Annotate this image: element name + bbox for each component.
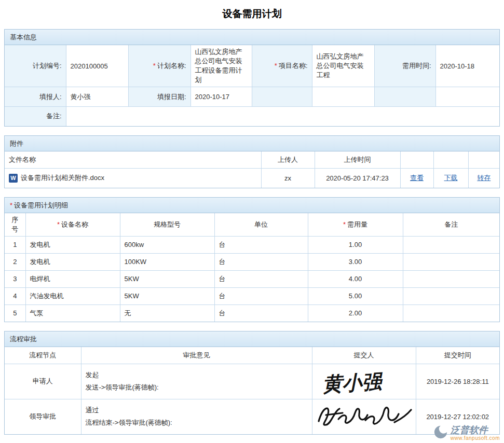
qty-cell: 3.00 (308, 253, 403, 270)
detail-section: *设备需用计划明细 序号 *设备名称 规格型号 单位 *需用量 备注 1 发电机… (4, 197, 500, 323)
required-marker: * (343, 220, 346, 228)
equipment-name-cell: 电焊机 (25, 270, 120, 287)
signature-image: 黄小强 (317, 367, 411, 395)
plan-no-label: 计划编号: (5, 45, 66, 87)
table-row: 2 发电机 100KW 台 3.00 (5, 253, 499, 270)
filler-value: 黄小强 (66, 87, 128, 107)
unit-cell: 台 (214, 253, 308, 270)
col-equipment-name: *设备名称 (25, 213, 120, 237)
col-action-3 (468, 151, 499, 169)
remark-cell (403, 287, 499, 304)
col-approval-opinion: 审批意见 (81, 347, 312, 364)
col-spec-model: 规格型号 (120, 213, 214, 237)
approval-table: 流程节点 审批意见 提交人 提交时间 申请人 发起 发送->领导审批(蒋德帧):… (5, 347, 499, 434)
seq-cell: 2 (5, 253, 25, 270)
page: 设备需用计划 基本信息 计划编号: 2020100005 *计划名称: 山西弘文… (0, 0, 504, 443)
qty-cell: 4.00 (308, 270, 403, 287)
seq-cell: 3 (5, 270, 25, 287)
spec-cell: 600kw (120, 236, 214, 253)
qty-cell: 5.00 (308, 287, 403, 304)
table-row: 5 气泵 无 台 2.00 (5, 304, 499, 322)
col-upload-time: 上传时间 (315, 151, 400, 169)
fanpu-logo-icon (433, 425, 448, 441)
table-row: 3 电焊机 5KW 台 4.00 (5, 270, 499, 287)
remark-cell (403, 236, 499, 253)
empty-cell (374, 87, 435, 107)
seq-cell: 4 (5, 287, 25, 304)
seq-cell: 5 (5, 304, 25, 322)
col-submit-time: 提交时间 (416, 347, 499, 364)
remark-cell (403, 270, 499, 287)
spec-cell: 100KW (120, 253, 214, 270)
col-seq: 序号 (5, 213, 25, 237)
required-marker: * (275, 62, 277, 70)
basic-info-header: 基本信息 (5, 30, 499, 45)
attachment-file-name: 设备需用计划相关附件.docx (21, 173, 104, 183)
unit-cell: 台 (214, 270, 308, 287)
brand-name: 泛普软件 (451, 425, 500, 435)
empty-cell (312, 87, 374, 107)
filler-label: 填报人: (5, 87, 66, 107)
equipment-name-cell: 发电机 (25, 253, 120, 270)
col-uploader: 上传人 (261, 151, 315, 169)
svg-text:黄小强: 黄小强 (322, 370, 384, 395)
attachment-row: W 设备需用计划相关附件.docx zx 2020-05-20 17:47:23… (5, 169, 499, 188)
fill-date-value: 2020-10-17 (190, 87, 252, 107)
plan-name-value: 山西弘文房地产总公司电气安装工程设备需用计划 (190, 45, 252, 87)
page-title: 设备需用计划 (4, 3, 500, 29)
approval-opinion: 通过 流程结束->领导审批(蒋德帧): (81, 399, 312, 434)
unit-cell: 台 (214, 304, 308, 322)
table-row: 1 发电机 600kw 台 1.00 (5, 236, 499, 253)
submitter-signature: 黄小强 (312, 364, 416, 399)
approval-row: 申请人 发起 发送->领导审批(蒋德帧): 黄小强 2019-12-26 18:… (5, 364, 499, 399)
download-link[interactable]: 下载 (444, 174, 458, 182)
equipment-name-cell: 气泵 (25, 304, 120, 322)
spec-cell: 5KW (120, 287, 214, 304)
qty-cell: 1.00 (308, 236, 403, 253)
transfer-save-link[interactable]: 转存 (477, 174, 491, 182)
need-time-label: 需用时间: (374, 45, 435, 87)
watermark: 泛普软件 www.fanpusoft.com (433, 425, 500, 441)
col-action-1 (400, 151, 433, 169)
required-marker: * (10, 201, 12, 209)
submit-time: 2019-12-26 18:28:11 (416, 364, 499, 399)
project-name-value: 山西弘文房地产总公司电气安装工程 (312, 45, 374, 87)
basic-info-table: 计划编号: 2020100005 *计划名称: 山西弘文房地产总公司电气安装工程… (5, 45, 499, 126)
spec-cell: 无 (120, 304, 214, 322)
flow-node: 领导审批 (5, 399, 81, 434)
remark-cell (403, 253, 499, 270)
basic-info-section: 基本信息 计划编号: 2020100005 *计划名称: 山西弘文房地产总公司电… (4, 29, 500, 127)
project-name-label: *项目名称: (252, 45, 312, 87)
flow-node: 申请人 (5, 364, 81, 399)
seq-cell: 1 (5, 236, 25, 253)
submitter-signature (312, 399, 416, 434)
remark-value (66, 107, 499, 126)
detail-header: *设备需用计划明细 (5, 198, 499, 213)
detail-table: 序号 *设备名称 规格型号 单位 *需用量 备注 1 发电机 600kw 台 1… (5, 213, 499, 322)
attachments-header: 附件 (5, 136, 499, 151)
unit-cell: 台 (214, 236, 308, 253)
plan-name-label: *计划名称: (128, 45, 190, 87)
spec-cell: 5KW (120, 270, 214, 287)
attachment-uploader: zx (261, 169, 315, 188)
table-row: 4 汽油发电机 5KW 台 5.00 (5, 287, 499, 304)
equipment-name-cell: 汽油发电机 (25, 287, 120, 304)
view-link[interactable]: 查看 (410, 174, 424, 182)
brand-url: www.fanpusoft.com (451, 435, 500, 441)
signature-scribble (314, 402, 415, 432)
need-time-value: 2020-10-18 (435, 45, 499, 87)
attachments-section: 附件 文件名称 上传人 上传时间 W 设备需用计划相关附件.docx (4, 135, 500, 188)
qty-cell: 2.00 (308, 304, 403, 322)
col-required-qty: *需用量 (308, 213, 403, 237)
col-unit: 单位 (214, 213, 308, 237)
approval-section: 流程审批 流程节点 审批意见 提交人 提交时间 申请人 发起 发送->领导审批(… (4, 331, 500, 435)
col-remark: 备注 (403, 213, 499, 237)
attachment-upload-time: 2020-05-20 17:47:23 (315, 169, 400, 188)
approval-header: 流程审批 (5, 331, 499, 347)
col-flow-node: 流程节点 (5, 347, 81, 364)
unit-cell: 台 (214, 287, 308, 304)
equipment-name-cell: 发电机 (25, 236, 120, 253)
empty-cell (435, 87, 499, 107)
col-submitter: 提交人 (312, 347, 416, 364)
required-marker: * (153, 62, 156, 70)
